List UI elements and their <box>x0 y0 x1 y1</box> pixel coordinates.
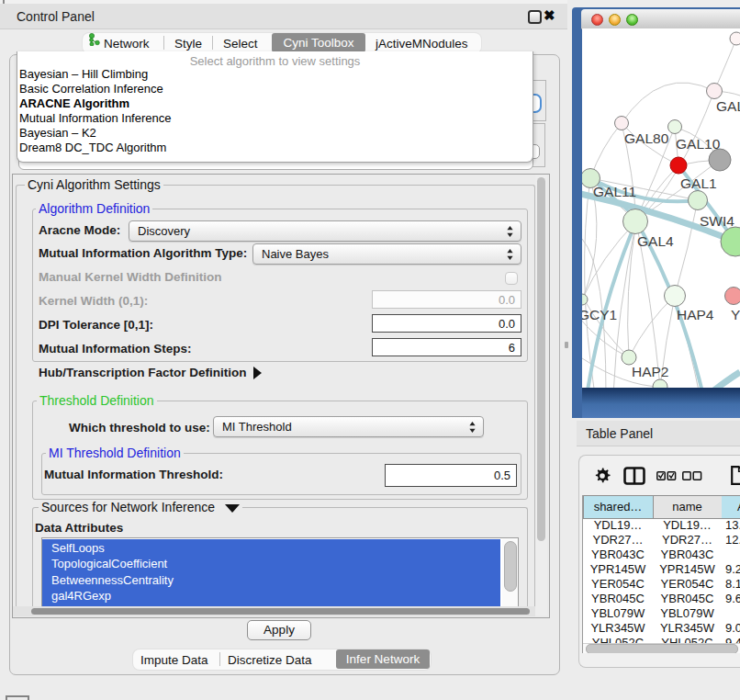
svg-text:HAP4: HAP4 <box>677 307 714 322</box>
svg-text:GAL7: GAL7 <box>716 98 740 114</box>
svg-text:SWI4: SWI4 <box>700 213 734 229</box>
svg-text:GAL1: GAL1 <box>680 175 717 191</box>
svg-text:GAL11: GAL11 <box>593 184 636 199</box>
svg-text:GAL80: GAL80 <box>624 130 669 146</box>
svg-text:YM: YM <box>731 307 740 322</box>
svg-text:GCY1: GCY1 <box>582 307 617 322</box>
svg-text:HAP2: HAP2 <box>632 364 669 379</box>
svg-text:GAL10: GAL10 <box>676 136 721 152</box>
svg-text:GAL4: GAL4 <box>637 233 674 249</box>
